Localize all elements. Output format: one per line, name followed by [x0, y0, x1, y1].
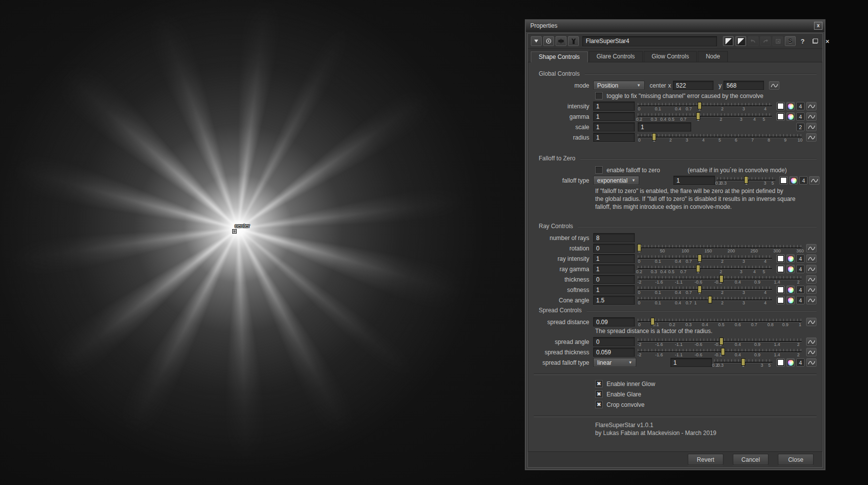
spread-angle-curve-button[interactable] [806, 338, 817, 346]
crop-convolve-checkbox[interactable]: ✖ [595, 401, 603, 408]
spread-distance-slider[interactable]: 00.10.20.30.40.50.60.70.80.91 [638, 317, 802, 327]
ray-gamma-slider[interactable]: 0.20.30.40.50.712345 [638, 264, 772, 274]
spread-angle-slider[interactable]: -2-1.6-1.1-0.6-0.10.40.91.42 [638, 337, 802, 346]
softness-color-swatch[interactable] [776, 286, 785, 294]
node-name-field[interactable] [582, 36, 717, 47]
center-position-handle[interactable] [233, 230, 236, 233]
intensity-colorwheel-button[interactable] [786, 102, 795, 110]
spread-falloff-type-dropdown[interactable]: linear ▼ [593, 358, 636, 367]
enable-inner-glow-checkbox[interactable]: ✖ [595, 380, 603, 388]
spread-falloff-amount-field[interactable] [670, 358, 712, 367]
window-titlebar[interactable]: Properties x [526, 20, 824, 32]
cone-angle-color-swatch[interactable] [776, 296, 785, 304]
channel-swatch-button-1[interactable] [723, 36, 734, 46]
close-panel-button[interactable]: × [822, 36, 833, 46]
spread-falloff-curve-button[interactable] [806, 358, 817, 367]
tab-node[interactable]: Node [698, 51, 728, 62]
center-viewer-button[interactable] [543, 36, 554, 46]
thickness-curve-button[interactable] [806, 275, 817, 284]
gamma-curve-button[interactable] [806, 112, 817, 121]
spread-falloff-colorwheel-button[interactable] [786, 358, 795, 367]
scale-curve-button[interactable] [806, 123, 817, 131]
spread-distance-curve-button[interactable] [806, 318, 817, 326]
cone-angle-channels-button[interactable]: 4 [796, 296, 805, 304]
ray-gamma-colorwheel-button[interactable] [786, 265, 795, 273]
ray-gamma-field[interactable] [593, 264, 635, 274]
tab-shape-controls[interactable]: Shape Controls [531, 51, 588, 62]
intensity-curve-button[interactable] [806, 102, 817, 110]
rotation-field[interactable] [593, 243, 635, 253]
window-close-button[interactable]: x [814, 22, 822, 30]
radius-slider[interactable]: 012345678910 [638, 133, 802, 142]
falloff-colorwheel-button[interactable] [789, 176, 798, 185]
thickness-field[interactable] [593, 275, 635, 284]
cone-angle-curve-button[interactable] [806, 296, 817, 304]
gamma-field[interactable] [593, 112, 635, 121]
redo-button[interactable] [760, 36, 771, 46]
tab-glare-controls[interactable]: Glare Controls [589, 51, 643, 62]
spread-thickness-curve-button[interactable] [806, 348, 817, 356]
gamma-slider[interactable]: 0.20.30.40.50.712345 [638, 112, 772, 121]
falloff-type-dropdown[interactable]: exponential ▼ [593, 176, 639, 185]
ray-intensity-color-swatch[interactable] [776, 254, 785, 263]
center-y-field[interactable] [723, 81, 764, 90]
help-button[interactable]: ? [797, 36, 808, 46]
cone-angle-colorwheel-button[interactable] [786, 296, 795, 304]
rotation-slider[interactable]: 050100150200250300360 [638, 243, 802, 253]
script-button[interactable]: S [785, 36, 796, 46]
spread-falloff-channels-button[interactable]: 4 [796, 358, 805, 367]
spread-distance-field[interactable] [593, 317, 635, 327]
scale-field-1[interactable] [593, 122, 635, 132]
center-x-field[interactable] [673, 81, 714, 90]
spread-thickness-field[interactable] [593, 347, 635, 357]
falloff-channels-button[interactable]: 4 [799, 176, 808, 185]
close-button[interactable]: Close [778, 454, 814, 465]
intensity-field[interactable] [593, 101, 635, 111]
falloff-curve-button[interactable] [809, 176, 819, 185]
intensity-slider[interactable]: 00.10.40.71234 [638, 101, 772, 111]
ray-gamma-color-swatch[interactable] [776, 265, 785, 273]
panel-menu-button[interactable] [531, 36, 542, 46]
rotation-curve-button[interactable] [806, 244, 817, 252]
enable-glare-checkbox[interactable]: ✖ [595, 390, 603, 398]
center-curve-button[interactable] [769, 81, 779, 90]
ray-intensity-curve-button[interactable] [806, 254, 817, 263]
revert-button[interactable]: Revert [688, 454, 723, 465]
softness-field[interactable] [593, 285, 635, 294]
cancel-button[interactable]: Cancel [733, 454, 768, 465]
ray-intensity-slider[interactable]: 00.10.40.71234 [638, 254, 772, 263]
cone-angle-field[interactable] [593, 295, 635, 305]
ray-intensity-field[interactable] [593, 254, 635, 263]
ray-intensity-channels-button[interactable]: 4 [796, 254, 805, 263]
toggle-fix-checkbox[interactable] [595, 92, 603, 99]
undo-button[interactable] [748, 36, 759, 46]
ray-gamma-curve-button[interactable] [806, 265, 817, 273]
number-of-rays-field[interactable] [593, 233, 635, 242]
falloff-color-swatch[interactable] [779, 176, 788, 185]
intensity-channels-button[interactable]: 4 [796, 102, 805, 110]
scale-links-button[interactable]: 2 [796, 123, 805, 131]
gamma-color-swatch[interactable] [776, 112, 785, 121]
settings-wrench-button[interactable] [568, 36, 579, 46]
channel-swatch-button-2[interactable] [735, 36, 746, 46]
radius-curve-button[interactable] [806, 133, 817, 142]
ray-intensity-colorwheel-button[interactable] [786, 254, 795, 263]
node-graph-button[interactable] [556, 36, 566, 46]
falloff-amount-field[interactable] [673, 176, 715, 185]
softness-colorwheel-button[interactable] [786, 286, 795, 294]
spread-falloff-color-swatch[interactable] [776, 358, 785, 367]
softness-slider[interactable]: 00.10.40.71234 [638, 285, 772, 294]
enable-falloff-checkbox[interactable] [595, 166, 603, 174]
mode-dropdown[interactable]: Position ▼ [593, 81, 645, 90]
radius-field[interactable] [593, 133, 635, 142]
softness-channels-button[interactable]: 4 [796, 286, 805, 294]
falloff-amount-slider[interactable]: 0.20.3135 [717, 176, 775, 185]
softness-curve-button[interactable] [806, 286, 817, 294]
revert-knobs-button[interactable] [772, 36, 783, 46]
spread-falloff-amount-slider[interactable]: 0.20.3135 [714, 358, 772, 367]
scale-field-2[interactable] [638, 122, 691, 132]
gamma-channels-button[interactable]: 4 [796, 112, 805, 121]
tab-glow-controls[interactable]: Glow Controls [644, 51, 697, 62]
cone-angle-slider[interactable]: 00.10.40.71234 [638, 295, 772, 305]
intensity-color-swatch[interactable] [776, 102, 785, 110]
